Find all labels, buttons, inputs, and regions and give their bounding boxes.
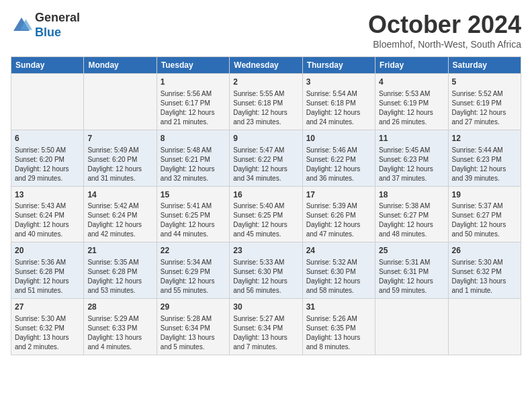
day-info: Sunrise: 5:43 AM Sunset: 6:24 PM Dayligh… bbox=[15, 201, 80, 239]
calendar-empty-cell bbox=[375, 299, 448, 355]
page-header: General Blue October 2024 Bloemhof, Nort… bbox=[11, 11, 521, 50]
day-number: 1 bbox=[161, 77, 226, 88]
day-info: Sunrise: 5:53 AM Sunset: 6:19 PM Dayligh… bbox=[379, 89, 444, 127]
logo-blue-text: Blue bbox=[35, 26, 61, 39]
day-info: Sunrise: 5:44 AM Sunset: 6:23 PM Dayligh… bbox=[452, 146, 517, 183]
weekday-header-saturday: Saturday bbox=[448, 57, 521, 74]
day-number: 10 bbox=[306, 133, 371, 144]
day-number: 31 bbox=[306, 302, 371, 313]
day-number: 11 bbox=[379, 133, 444, 144]
calendar-day-4: 4Sunrise: 5:53 AM Sunset: 6:19 PM Daylig… bbox=[375, 74, 448, 130]
calendar-day-30: 30Sunrise: 5:27 AM Sunset: 6:34 PM Dayli… bbox=[230, 299, 302, 355]
day-info: Sunrise: 5:56 AM Sunset: 6:17 PM Dayligh… bbox=[161, 89, 226, 127]
day-info: Sunrise: 5:31 AM Sunset: 6:31 PM Dayligh… bbox=[379, 258, 444, 295]
calendar-day-13: 13Sunrise: 5:43 AM Sunset: 6:24 PM Dayli… bbox=[11, 186, 84, 242]
calendar-day-19: 19Sunrise: 5:37 AM Sunset: 6:27 PM Dayli… bbox=[448, 186, 521, 242]
day-info: Sunrise: 5:46 AM Sunset: 6:22 PM Dayligh… bbox=[306, 146, 371, 183]
day-number: 9 bbox=[233, 133, 298, 144]
day-number: 28 bbox=[87, 302, 152, 313]
calendar-day-28: 28Sunrise: 5:29 AM Sunset: 6:33 PM Dayli… bbox=[84, 299, 157, 355]
day-number: 26 bbox=[452, 245, 517, 257]
day-number: 21 bbox=[87, 245, 152, 257]
day-info: Sunrise: 5:34 AM Sunset: 6:29 PM Dayligh… bbox=[161, 258, 226, 295]
weekday-header-wednesday: Wednesday bbox=[230, 57, 302, 74]
day-info: Sunrise: 5:26 AM Sunset: 6:35 PM Dayligh… bbox=[306, 314, 371, 352]
calendar-week-row: 27Sunrise: 5:30 AM Sunset: 6:32 PM Dayli… bbox=[11, 299, 521, 355]
day-number: 6 bbox=[15, 133, 80, 144]
day-info: Sunrise: 5:52 AM Sunset: 6:19 PM Dayligh… bbox=[452, 89, 517, 127]
calendar-day-14: 14Sunrise: 5:42 AM Sunset: 6:24 PM Dayli… bbox=[84, 186, 157, 242]
day-number: 3 bbox=[306, 77, 371, 88]
calendar-day-7: 7Sunrise: 5:49 AM Sunset: 6:20 PM Daylig… bbox=[84, 130, 157, 186]
calendar-day-29: 29Sunrise: 5:28 AM Sunset: 6:34 PM Dayli… bbox=[157, 299, 229, 355]
calendar-day-22: 22Sunrise: 5:34 AM Sunset: 6:29 PM Dayli… bbox=[157, 242, 229, 299]
logo: General Blue bbox=[11, 11, 80, 40]
calendar-day-21: 21Sunrise: 5:35 AM Sunset: 6:28 PM Dayli… bbox=[84, 242, 157, 299]
day-info: Sunrise: 5:41 AM Sunset: 6:25 PM Dayligh… bbox=[161, 201, 226, 239]
day-number: 7 bbox=[87, 133, 152, 144]
calendar-day-2: 2Sunrise: 5:55 AM Sunset: 6:18 PM Daylig… bbox=[230, 74, 302, 130]
day-number: 25 bbox=[379, 245, 444, 257]
day-number: 27 bbox=[15, 302, 80, 313]
calendar-week-row: 13Sunrise: 5:43 AM Sunset: 6:24 PM Dayli… bbox=[11, 186, 521, 242]
calendar-day-17: 17Sunrise: 5:39 AM Sunset: 6:26 PM Dayli… bbox=[302, 186, 375, 242]
logo-icon bbox=[11, 15, 32, 36]
calendar-day-25: 25Sunrise: 5:31 AM Sunset: 6:31 PM Dayli… bbox=[375, 242, 448, 299]
day-info: Sunrise: 5:45 AM Sunset: 6:23 PM Dayligh… bbox=[379, 146, 444, 183]
day-number: 5 bbox=[452, 77, 517, 88]
day-number: 29 bbox=[161, 302, 226, 313]
day-info: Sunrise: 5:50 AM Sunset: 6:20 PM Dayligh… bbox=[15, 146, 80, 183]
day-number: 18 bbox=[379, 189, 444, 201]
day-number: 19 bbox=[452, 189, 517, 201]
calendar-empty-cell bbox=[11, 74, 84, 130]
day-info: Sunrise: 5:55 AM Sunset: 6:18 PM Dayligh… bbox=[233, 89, 298, 127]
calendar-week-row: 20Sunrise: 5:36 AM Sunset: 6:28 PM Dayli… bbox=[11, 242, 521, 299]
day-info: Sunrise: 5:40 AM Sunset: 6:25 PM Dayligh… bbox=[233, 201, 298, 239]
location-subtitle: Bloemhof, North-West, South Africa bbox=[368, 39, 521, 50]
calendar-day-16: 16Sunrise: 5:40 AM Sunset: 6:25 PM Dayli… bbox=[230, 186, 302, 242]
logo-general-text: General bbox=[35, 11, 80, 24]
day-info: Sunrise: 5:27 AM Sunset: 6:34 PM Dayligh… bbox=[233, 314, 298, 352]
title-block: October 2024 Bloemhof, North-West, South… bbox=[368, 11, 521, 50]
calendar-day-3: 3Sunrise: 5:54 AM Sunset: 6:18 PM Daylig… bbox=[302, 74, 375, 130]
day-number: 23 bbox=[233, 245, 298, 257]
day-info: Sunrise: 5:35 AM Sunset: 6:28 PM Dayligh… bbox=[87, 258, 152, 295]
day-info: Sunrise: 5:49 AM Sunset: 6:20 PM Dayligh… bbox=[87, 146, 152, 183]
calendar-day-5: 5Sunrise: 5:52 AM Sunset: 6:19 PM Daylig… bbox=[448, 74, 521, 130]
day-number: 24 bbox=[306, 245, 371, 257]
calendar-day-6: 6Sunrise: 5:50 AM Sunset: 6:20 PM Daylig… bbox=[11, 130, 84, 186]
weekday-header-friday: Friday bbox=[375, 57, 448, 74]
calendar-day-8: 8Sunrise: 5:48 AM Sunset: 6:21 PM Daylig… bbox=[157, 130, 229, 186]
day-info: Sunrise: 5:30 AM Sunset: 6:32 PM Dayligh… bbox=[15, 314, 80, 352]
day-number: 22 bbox=[161, 245, 226, 257]
day-info: Sunrise: 5:48 AM Sunset: 6:21 PM Dayligh… bbox=[161, 146, 226, 183]
weekday-header-sunday: Sunday bbox=[11, 57, 84, 74]
day-info: Sunrise: 5:33 AM Sunset: 6:30 PM Dayligh… bbox=[233, 258, 298, 295]
calendar-day-23: 23Sunrise: 5:33 AM Sunset: 6:30 PM Dayli… bbox=[230, 242, 302, 299]
weekday-header-tuesday: Tuesday bbox=[157, 57, 229, 74]
day-info: Sunrise: 5:32 AM Sunset: 6:30 PM Dayligh… bbox=[306, 258, 371, 295]
day-number: 15 bbox=[161, 189, 226, 201]
calendar-day-12: 12Sunrise: 5:44 AM Sunset: 6:23 PM Dayli… bbox=[448, 130, 521, 186]
calendar-day-10: 10Sunrise: 5:46 AM Sunset: 6:22 PM Dayli… bbox=[302, 130, 375, 186]
calendar-day-20: 20Sunrise: 5:36 AM Sunset: 6:28 PM Dayli… bbox=[11, 242, 84, 299]
day-number: 20 bbox=[15, 245, 80, 257]
day-info: Sunrise: 5:37 AM Sunset: 6:27 PM Dayligh… bbox=[452, 201, 517, 239]
day-number: 13 bbox=[15, 189, 80, 201]
calendar-week-row: 6Sunrise: 5:50 AM Sunset: 6:20 PM Daylig… bbox=[11, 130, 521, 186]
day-number: 8 bbox=[161, 133, 226, 144]
day-info: Sunrise: 5:47 AM Sunset: 6:22 PM Dayligh… bbox=[233, 146, 298, 183]
calendar-day-15: 15Sunrise: 5:41 AM Sunset: 6:25 PM Dayli… bbox=[157, 186, 229, 242]
day-number: 14 bbox=[87, 189, 152, 201]
calendar-table: SundayMondayTuesdayWednesdayThursdayFrid… bbox=[11, 56, 521, 355]
calendar-day-1: 1Sunrise: 5:56 AM Sunset: 6:17 PM Daylig… bbox=[157, 74, 229, 130]
month-title: October 2024 bbox=[368, 11, 521, 39]
day-number: 12 bbox=[452, 133, 517, 144]
day-info: Sunrise: 5:28 AM Sunset: 6:34 PM Dayligh… bbox=[161, 314, 226, 352]
day-info: Sunrise: 5:30 AM Sunset: 6:32 PM Dayligh… bbox=[452, 258, 517, 295]
calendar-day-27: 27Sunrise: 5:30 AM Sunset: 6:32 PM Dayli… bbox=[11, 299, 84, 355]
calendar-day-26: 26Sunrise: 5:30 AM Sunset: 6:32 PM Dayli… bbox=[448, 242, 521, 299]
weekday-header-thursday: Thursday bbox=[302, 57, 375, 74]
day-number: 16 bbox=[233, 189, 298, 201]
weekday-header-monday: Monday bbox=[84, 57, 157, 74]
